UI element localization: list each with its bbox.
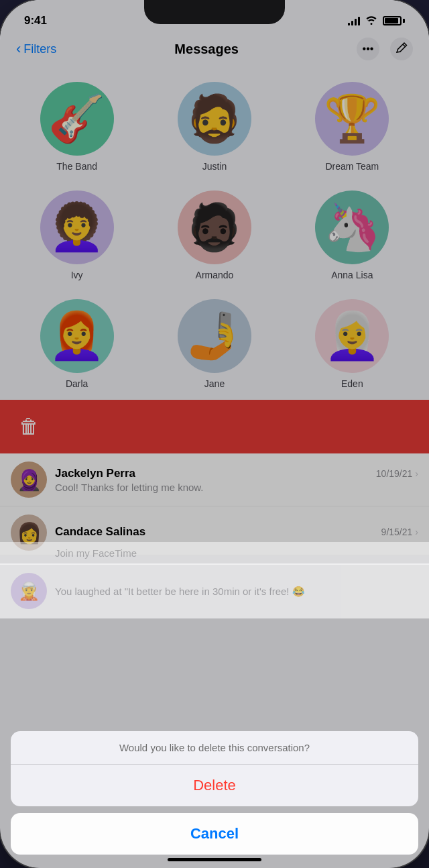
alert-overlay: 🧝 You laughed at "It better be here in 3… [0, 0, 429, 868]
action-sheet-card: Would you like to delete this conversati… [11, 731, 418, 806]
action-sheet: Would you like to delete this conversati… [0, 731, 429, 868]
phone-frame: 9:41 ‹ Filters [0, 0, 429, 868]
below-preview: You laughed at "It better be here in 30m… [55, 584, 418, 598]
cancel-button[interactable]: Cancel [11, 813, 418, 855]
home-indicator [168, 858, 261, 861]
action-sheet-message: Would you like to delete this conversati… [11, 731, 418, 765]
phone-screen: 9:41 ‹ Filters [0, 0, 429, 868]
delete-button[interactable]: Delete [11, 765, 418, 806]
